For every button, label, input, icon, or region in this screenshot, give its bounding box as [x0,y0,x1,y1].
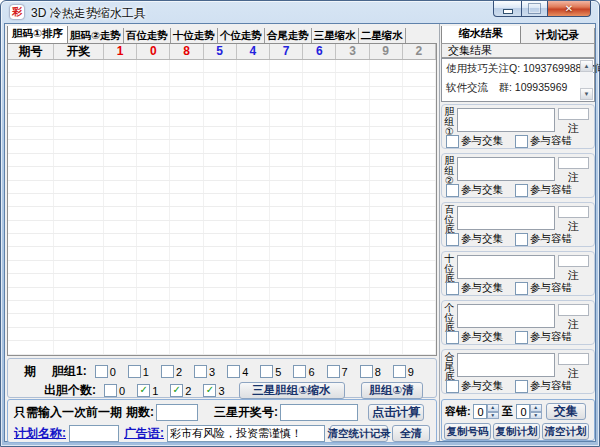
group-textarea[interactable] [457,304,555,328]
group-count-box[interactable] [558,353,589,365]
clear-plan-button[interactable]: 清空计划 [542,423,589,440]
dan-count-1[interactable]: ✓1 [137,384,158,397]
dan-digit-0[interactable]: 0 [95,365,116,378]
table-header-cell[interactable]: 4 [237,44,270,59]
scroll-down-icon[interactable]: ▼ [580,88,593,100]
maximize-button[interactable] [522,1,548,17]
checkbox-icon[interactable] [515,233,528,246]
scroll-up-icon[interactable]: ▲ [580,60,593,72]
table-header-cell[interactable]: 2 [403,44,436,59]
checkbox-icon[interactable] [161,365,174,378]
group-intersect-checkbox[interactable]: 参与交集 [446,330,503,344]
group-tolerant-checkbox[interactable]: 参与容错 [515,379,572,393]
group-count-box[interactable] [558,255,589,267]
dan-digit-9[interactable]: 9 [393,365,414,378]
dan-digit-2[interactable]: 2 [161,365,182,378]
group-intersect-checkbox[interactable]: 参与交集 [446,281,503,295]
group-count-box[interactable] [558,304,589,316]
table-header-cell[interactable]: 开奖 [54,44,104,59]
table-header-cell[interactable]: 1 [104,44,137,59]
dan-digit-6[interactable]: 6 [293,365,314,378]
checkbox-icon[interactable] [515,282,528,295]
checkbox-icon[interactable]: ✓ [203,384,216,397]
table-header-cell[interactable]: 9 [370,44,403,59]
checkbox-icon[interactable] [515,135,528,148]
checkbox-icon[interactable] [327,365,340,378]
checkbox-icon[interactable]: ✓ [137,384,150,397]
table-header-cell[interactable]: 7 [270,44,303,59]
tab-left-4[interactable]: 个位走势 [218,28,265,43]
copy-numbers-button[interactable]: 复制号码 [444,423,491,440]
tab-left-6[interactable]: 三星缩水 [312,28,359,43]
checkbox-icon[interactable] [446,135,459,148]
checkbox-icon[interactable] [515,380,528,393]
table-header-cell[interactable]: 6 [303,44,336,59]
dan-count-0[interactable]: 0 [104,384,125,397]
dan-count-3[interactable]: ✓3 [203,384,224,397]
table-header-cell[interactable]: 8 [170,44,203,59]
group-textarea[interactable] [457,353,555,377]
dan-digit-8[interactable]: 8 [360,365,381,378]
dan-digit-7[interactable]: 7 [327,365,348,378]
checkbox-icon[interactable] [446,184,459,197]
group-count-box[interactable] [558,108,589,120]
group-tolerant-checkbox[interactable]: 参与容错 [515,134,572,148]
checkbox-icon[interactable] [446,233,459,246]
group-tolerant-checkbox[interactable]: 参与容错 [515,281,572,295]
spinner-up-icon[interactable]: ▲ [530,404,542,412]
tab-left-7[interactable]: 二星缩水 [359,28,406,43]
checkbox-icon[interactable] [393,365,406,378]
checkbox-icon[interactable] [128,365,141,378]
three-star-draw-input[interactable] [280,404,358,421]
checkbox-icon[interactable] [515,331,528,344]
checkbox-icon[interactable] [104,384,117,397]
table-header-cell[interactable]: 5 [204,44,237,59]
checkbox-icon[interactable]: ✓ [170,384,183,397]
ad-slogan-link[interactable]: 广告语: [124,425,164,442]
dan-count-2[interactable]: ✓2 [170,384,191,397]
checkbox-icon[interactable] [446,380,459,393]
calculate-button[interactable]: 点击计算 [368,404,424,421]
group-textarea[interactable] [457,157,555,181]
tab-right-1[interactable]: 计划记录 [521,28,596,43]
three-star-shrink-button[interactable]: 三星胆组①缩水 [239,382,345,399]
table-header-cell[interactable]: 0 [137,44,170,59]
plan-name-link[interactable]: 计划名称: [14,425,66,442]
checkbox-icon[interactable] [446,331,459,344]
minimize-button[interactable] [493,1,522,17]
group-tolerant-checkbox[interactable]: 参与容错 [515,330,572,344]
checkbox-icon[interactable] [446,282,459,295]
dan-digit-1[interactable]: 1 [128,365,149,378]
group-textarea[interactable] [457,206,555,230]
tab-left-1[interactable]: 胆码②走势 [68,28,124,43]
spinner-down-icon[interactable]: ▼ [487,412,499,420]
clear-all-button[interactable]: 全清 [392,425,430,442]
spinner-down-icon[interactable]: ▼ [530,412,542,420]
group-tolerant-checkbox[interactable]: 参与容错 [515,232,572,246]
group-intersect-checkbox[interactable]: 参与交集 [446,232,503,246]
tolerance-to-value[interactable]: 0 [516,404,530,419]
table-header-cell[interactable]: 3 [336,44,369,59]
group-textarea[interactable] [457,255,555,279]
dan-digit-5[interactable]: 5 [260,365,281,378]
info-scrollbar[interactable]: ▲ ▼ [580,60,593,100]
tab-left-0[interactable]: 胆码①排序 [7,26,68,44]
table-body[interactable] [8,60,436,355]
checkbox-icon[interactable] [194,365,207,378]
copy-plan-button[interactable]: 复制计划 [493,423,540,440]
close-button[interactable]: ✕ [548,1,591,17]
group-tolerant-checkbox[interactable]: 参与容错 [515,183,572,197]
dan-group-clear-button[interactable]: 胆组①清 [361,382,423,399]
clear-stats-button[interactable]: 清空统计记录 [330,425,388,442]
table-header-cell[interactable]: 期号 [8,44,54,59]
checkbox-icon[interactable] [293,365,306,378]
tolerance-to-spinner[interactable]: 0 ▲▼ [516,404,542,419]
spinner-up-icon[interactable]: ▲ [487,404,499,412]
checkbox-icon[interactable] [360,365,373,378]
group-textarea[interactable] [457,108,555,132]
checkbox-icon[interactable] [260,365,273,378]
tab-left-5[interactable]: 合尾走势 [265,28,312,43]
dan-digit-3[interactable]: 3 [194,365,215,378]
checkbox-icon[interactable] [95,365,108,378]
checkbox-icon[interactable] [227,365,240,378]
